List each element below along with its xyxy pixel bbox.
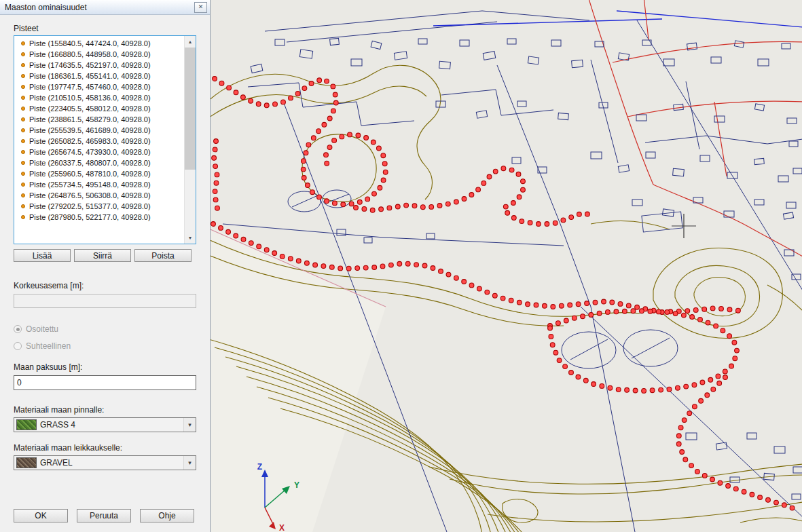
list-item[interactable]: Piste (265082.5, 465983.0, 40928.0) bbox=[14, 136, 184, 147]
add-button[interactable]: Lisää bbox=[14, 249, 71, 262]
point-bullet-icon bbox=[21, 161, 25, 165]
point-label: Piste (265674.5, 473930.0, 40928.0) bbox=[29, 148, 151, 156]
point-label: Piste (279202.5, 515377.0, 40928.0) bbox=[29, 202, 151, 210]
list-item[interactable]: Piste (155840.5, 447424.0, 40928.0) bbox=[14, 38, 184, 49]
cut-material-value: GRAVEL bbox=[40, 458, 73, 468]
list-item[interactable]: Piste (279202.5, 515377.0, 40928.0) bbox=[14, 201, 184, 212]
point-label: Piste (223405.5, 458012.0, 40928.0) bbox=[29, 104, 151, 113]
list-item[interactable]: Piste (174635.5, 452197.0, 40928.0) bbox=[14, 60, 184, 71]
elevation-label: Korkeusasema [m]: bbox=[14, 281, 196, 290]
point-label: Piste (210510.5, 458136.0, 40928.0) bbox=[29, 94, 151, 102]
list-item[interactable]: Piste (255539.5, 461689.0, 40928.0) bbox=[14, 125, 184, 136]
point-bullet-icon bbox=[21, 183, 25, 187]
radio-osoitettu-label: Osoitettu bbox=[26, 324, 58, 334]
radio-osoitettu[interactable]: Osoitettu bbox=[14, 324, 196, 334]
cut-material-select[interactable]: GRAVEL ▾ bbox=[14, 455, 196, 470]
point-bullet-icon bbox=[21, 96, 25, 100]
point-bullet-icon bbox=[21, 74, 25, 78]
grass-texture-swatch bbox=[16, 419, 37, 430]
list-item[interactable]: Piste (255960.5, 487810.0, 40928.0) bbox=[14, 168, 184, 179]
move-button[interactable]: Siirrä bbox=[74, 249, 131, 262]
point-bullet-icon bbox=[21, 41, 25, 45]
point-bullet-icon bbox=[21, 117, 25, 121]
list-item[interactable]: Piste (265674.5, 473930.0, 40928.0) bbox=[14, 147, 184, 157]
application-window: Maaston ominaisuudet ✕ Pisteet Piste (15… bbox=[0, 0, 802, 532]
surface-material-select[interactable]: GRASS 4 ▾ bbox=[14, 417, 196, 432]
scroll-down-icon: ▼ bbox=[188, 235, 193, 240]
chevron-down-icon[interactable]: ▾ bbox=[183, 418, 196, 432]
list-item[interactable]: Piste (287980.5, 522177.0, 40928.0) bbox=[14, 212, 184, 223]
axis-z-label: Z bbox=[257, 462, 262, 472]
cut-material-label: Materiaali maan leikkaukselle: bbox=[14, 443, 196, 453]
point-bullet-icon bbox=[21, 139, 25, 143]
chevron-down-icon[interactable]: ▾ bbox=[183, 456, 196, 470]
point-bullet-icon bbox=[21, 215, 25, 219]
point-bullet-icon bbox=[21, 172, 25, 176]
point-bullet-icon bbox=[21, 85, 25, 89]
point-bullet-icon bbox=[21, 128, 25, 132]
list-button-row: Lisää Siirrä Poista bbox=[14, 249, 196, 262]
dialog-footer: OK Peruuta Ohje bbox=[14, 509, 196, 532]
point-label: Piste (255734.5, 495148.0, 40928.0) bbox=[29, 180, 151, 189]
list-item[interactable]: Piste (166880.5, 448958.0, 40928.0) bbox=[14, 49, 184, 60]
scroll-up-icon: ▲ bbox=[188, 39, 193, 44]
list-item[interactable]: Piste (264876.5, 506308.0, 40928.0) bbox=[14, 190, 184, 201]
point-label: Piste (287980.5, 522177.0, 40928.0) bbox=[29, 213, 151, 221]
list-item[interactable]: Piste (260337.5, 480807.0, 40928.0) bbox=[14, 157, 184, 168]
dialog-titlebar[interactable]: Maaston ominaisuudet ✕ bbox=[0, 0, 210, 15]
ok-button[interactable]: OK bbox=[14, 509, 68, 522]
point-bullet-icon bbox=[21, 193, 25, 197]
point-label: Piste (255960.5, 487810.0, 40928.0) bbox=[29, 170, 151, 178]
point-label: Piste (238861.5, 458279.0, 40928.0) bbox=[29, 115, 151, 124]
axis-y-label: Y bbox=[294, 480, 299, 490]
point-bullet-icon bbox=[21, 107, 25, 111]
point-label: Piste (197747.5, 457460.0, 40928.0) bbox=[29, 83, 151, 91]
thickness-input[interactable] bbox=[14, 375, 196, 390]
scroll-down-button[interactable]: ▼ bbox=[185, 232, 196, 244]
map-viewport[interactable]: Z Y X bbox=[211, 0, 802, 532]
scrollbar-thumb[interactable] bbox=[185, 48, 196, 170]
points-label: Pisteet bbox=[14, 24, 196, 33]
scroll-up-button[interactable]: ▲ bbox=[185, 36, 196, 48]
radio-osoitettu-circle bbox=[14, 325, 22, 333]
point-bullet-icon bbox=[21, 63, 25, 67]
list-item[interactable]: Piste (197747.5, 457460.0, 40928.0) bbox=[14, 81, 184, 92]
thickness-label: Maan paksuus [m]: bbox=[14, 362, 196, 372]
point-label: Piste (155840.5, 447424.0, 40928.0) bbox=[29, 39, 151, 48]
scrollbar-track[interactable] bbox=[185, 48, 196, 232]
point-label: Piste (265082.5, 465983.0, 40928.0) bbox=[29, 137, 151, 145]
point-bullet-icon bbox=[21, 204, 25, 208]
remove-button[interactable]: Poista bbox=[134, 249, 192, 262]
dialog-title: Maaston ominaisuudet bbox=[5, 3, 194, 12]
radio-suhteellinen-circle bbox=[14, 342, 22, 350]
dialog-body: Pisteet Piste (155840.5, 447424.0, 40928… bbox=[0, 15, 210, 532]
point-label: Piste (255539.5, 461689.0, 40928.0) bbox=[29, 126, 151, 134]
radio-suhteellinen[interactable]: Suhteellinen bbox=[14, 341, 196, 351]
point-label: Piste (186361.5, 455141.0, 40928.0) bbox=[29, 72, 151, 80]
point-bullet-icon bbox=[21, 150, 25, 154]
list-item[interactable]: Piste (186361.5, 455141.0, 40928.0) bbox=[14, 71, 184, 81]
help-button[interactable]: Ohje bbox=[140, 509, 194, 522]
list-item[interactable]: Piste (223405.5, 458012.0, 40928.0) bbox=[14, 103, 184, 114]
list-item[interactable]: Piste (255734.5, 495148.0, 40928.0) bbox=[14, 179, 184, 190]
point-label: Piste (174635.5, 452197.0, 40928.0) bbox=[29, 61, 151, 69]
close-button[interactable]: ✕ bbox=[194, 2, 207, 13]
points-list: Piste (155840.5, 447424.0, 40928.0)Piste… bbox=[14, 36, 184, 244]
gravel-texture-swatch bbox=[16, 457, 37, 468]
surface-material-value: GRASS 4 bbox=[40, 420, 75, 430]
point-label: Piste (166880.5, 448958.0, 40928.0) bbox=[29, 50, 151, 58]
cancel-button[interactable]: Peruuta bbox=[77, 509, 131, 522]
map-drawing: Z Y X bbox=[211, 0, 802, 532]
surface-material-label: Materiaali maan pinnalle: bbox=[14, 405, 196, 415]
listbox-scrollbar[interactable]: ▲ ▼ bbox=[184, 36, 196, 244]
list-item[interactable]: Piste (210510.5, 458136.0, 40928.0) bbox=[14, 92, 184, 103]
radio-suhteellinen-label: Suhteellinen bbox=[26, 341, 71, 351]
point-bullet-icon bbox=[21, 52, 25, 56]
close-icon: ✕ bbox=[198, 3, 204, 10]
elevation-input bbox=[14, 294, 196, 308]
terrain-properties-dialog: Maaston ominaisuudet ✕ Pisteet Piste (15… bbox=[0, 0, 211, 532]
points-listbox[interactable]: Piste (155840.5, 447424.0, 40928.0)Piste… bbox=[14, 35, 196, 244]
axis-x-label: X bbox=[279, 523, 285, 532]
list-item[interactable]: Piste (238861.5, 458279.0, 40928.0) bbox=[14, 114, 184, 125]
point-label: Piste (264876.5, 506308.0, 40928.0) bbox=[29, 191, 151, 200]
